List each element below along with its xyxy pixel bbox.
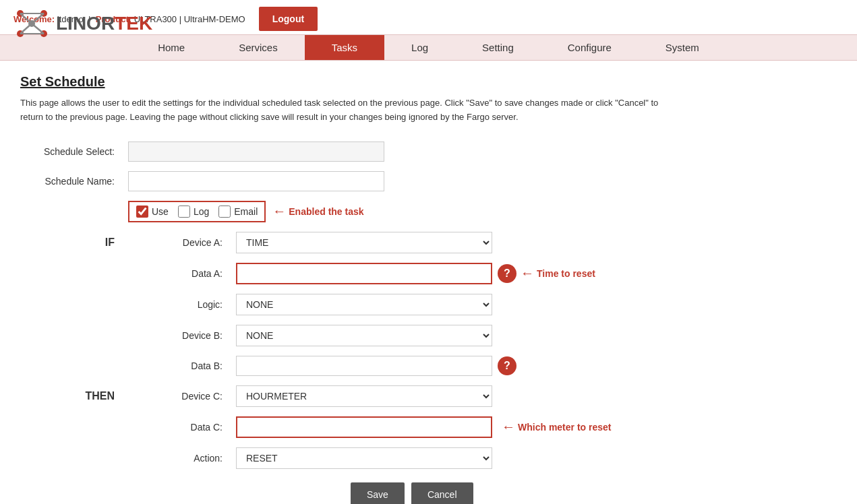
device-c-label: Device C: — [128, 391, 236, 402]
data-b-row: Data B: ? — [20, 356, 661, 376]
schedule-name-label: Schedule Name: — [20, 176, 128, 187]
data-a-inner: Data A: 00:00 ? ← Time to reset — [128, 263, 661, 284]
use-checkbox-label: Use — [136, 206, 169, 218]
action-row: Action: RESET SET NONE — [20, 447, 661, 469]
device-c-control: HOURMETER NONE — [236, 385, 492, 407]
nav-setting[interactable]: Setting — [455, 35, 541, 60]
svg-line-5 — [20, 13, 32, 24]
nav-system[interactable]: System — [639, 35, 726, 60]
logo-text: LINORTEK — [56, 13, 152, 34]
nav-log[interactable]: Log — [384, 35, 455, 60]
logo-icon — [13, 7, 51, 40]
schedule-select-label: Schedule Select: — [20, 146, 128, 157]
form-section: Set Schedule This page allows the user t… — [20, 74, 661, 504]
enabled-annotation: ← Enabled the task — [272, 203, 363, 219]
log-label: Log — [194, 206, 209, 217]
email-label: Email — [234, 206, 258, 217]
data-a-control: 00:00 — [236, 263, 492, 284]
data-b-inner: Data B: ? — [128, 356, 661, 376]
which-meter-annotation: ← Which meter to reset — [502, 419, 611, 435]
arrow-icon-3: ← — [502, 419, 515, 435]
header: LINORTEK Welcome: ltdemo | Product: ULTR… — [0, 0, 857, 34]
use-label: Use — [152, 206, 169, 217]
action-control: RESET SET NONE — [236, 447, 492, 469]
data-b-help-icon[interactable]: ? — [498, 356, 516, 375]
cancel-button[interactable]: Cancel — [411, 482, 473, 504]
then-label: THEN — [20, 390, 128, 402]
page-title: Set Schedule — [20, 74, 661, 90]
device-b-label: Device B: — [128, 330, 236, 341]
arrow-icon-2: ← — [521, 265, 534, 281]
data-c-label: Data C: — [128, 422, 236, 433]
save-button[interactable]: Save — [351, 482, 405, 504]
email-checkbox-label: Email — [218, 206, 258, 218]
data-a-row: Data A: 00:00 ? ← Time to reset — [20, 263, 661, 284]
email-checkbox[interactable] — [218, 206, 231, 218]
device-a-select[interactable]: TIME DEVICE NONE — [236, 232, 492, 253]
logic-inner: Logic: NONE AND OR — [128, 294, 661, 315]
logic-label: Logic: — [128, 299, 236, 310]
logic-row: Logic: NONE AND OR — [20, 294, 661, 315]
nav-tasks[interactable]: Tasks — [305, 35, 384, 60]
checkbox-group: Use Log Email — [128, 201, 266, 222]
data-c-control: 2 — [236, 416, 492, 438]
device-c-row: THEN Device C: HOURMETER NONE — [20, 385, 661, 407]
device-b-row: Device B: NONE DEVICE — [20, 325, 661, 346]
device-c-select[interactable]: HOURMETER NONE — [236, 385, 492, 407]
device-c-inner: Device C: HOURMETER NONE — [128, 385, 661, 407]
logo: LINORTEK — [13, 7, 152, 40]
data-b-label: Data B: — [128, 360, 236, 371]
page-description: This page allows the user to edit the se… — [20, 96, 661, 125]
data-c-inner: Data C: 2 ← Which meter to reset — [128, 416, 661, 438]
data-b-input[interactable] — [236, 356, 492, 376]
button-row: Save Cancel — [128, 482, 661, 504]
logic-select[interactable]: NONE AND OR — [236, 294, 492, 315]
log-checkbox-label: Log — [178, 206, 209, 218]
action-label: Action: — [128, 453, 236, 464]
data-b-control — [236, 356, 492, 376]
if-label: IF — [20, 237, 128, 249]
schedule-name-row: Schedule Name: Dailyreset — [20, 171, 661, 191]
which-meter-text: Which meter to reset — [518, 422, 611, 433]
device-b-control: NONE DEVICE — [236, 325, 492, 346]
checkbox-section: Use Log Email ← Enabled the task — [20, 201, 661, 222]
main-content: Set Schedule This page allows the user t… — [0, 61, 857, 504]
time-to-reset-annotation: ← Time to reset — [521, 265, 595, 281]
schedule-select-row: Schedule Select: 3 — [20, 141, 661, 162]
nav-configure[interactable]: Configure — [541, 35, 639, 60]
device-a-control: TIME DEVICE NONE — [236, 232, 492, 253]
data-a-label: Data A: — [128, 268, 236, 279]
data-c-row: Data C: 2 ← Which meter to reset — [20, 416, 661, 438]
svg-line-8 — [32, 24, 44, 34]
svg-line-7 — [20, 24, 32, 34]
use-checkbox[interactable] — [136, 206, 148, 218]
device-a-row: IF Device A: TIME DEVICE NONE — [20, 232, 661, 253]
device-b-select[interactable]: NONE DEVICE — [236, 325, 492, 346]
logout-button[interactable]: Logout — [259, 7, 318, 31]
logic-control: NONE AND OR — [236, 294, 492, 315]
schedule-name-control: Dailyreset — [128, 171, 384, 191]
log-checkbox[interactable] — [178, 206, 190, 218]
time-to-reset-text: Time to reset — [537, 268, 595, 279]
data-a-input[interactable]: 00:00 — [237, 264, 491, 283]
arrow-icon: ← — [272, 203, 286, 219]
nav-services[interactable]: Services — [212, 35, 305, 60]
device-b-inner: Device B: NONE DEVICE — [128, 325, 661, 346]
data-c-input[interactable]: 2 — [237, 418, 491, 437]
action-inner: Action: RESET SET NONE — [128, 447, 661, 469]
svg-line-6 — [32, 13, 44, 24]
enabled-annotation-text: Enabled the task — [289, 206, 363, 217]
action-select[interactable]: RESET SET NONE — [236, 447, 492, 469]
device-a-inner: Device A: TIME DEVICE NONE — [128, 232, 661, 253]
schedule-name-input[interactable]: Dailyreset — [128, 171, 384, 191]
schedule-select-input[interactable]: 3 — [128, 141, 384, 162]
device-a-label: Device A: — [128, 237, 236, 248]
schedule-select-control: 3 — [128, 141, 384, 162]
data-a-help-icon[interactable]: ? — [498, 264, 516, 283]
